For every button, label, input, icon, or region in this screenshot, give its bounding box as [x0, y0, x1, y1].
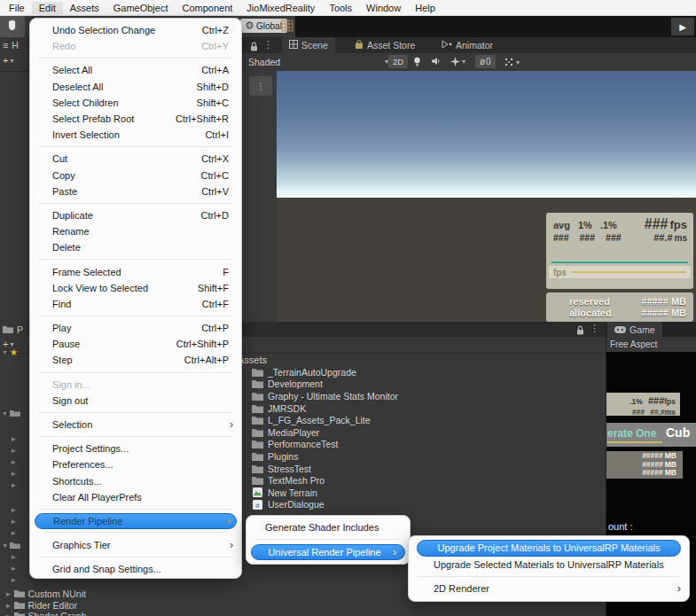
project-folder-row[interactable]: # Plugins	[252, 450, 536, 463]
tree-collapsed-row[interactable]: ▸	[0, 527, 16, 538]
submenu-item[interactable]: Generate Shader Includes ›	[246, 519, 410, 535]
toggle-2d-button[interactable]: 2D	[388, 55, 408, 68]
scene-effects-icon[interactable]: ▾	[450, 57, 465, 66]
play-button[interactable]: ▶	[671, 18, 694, 35]
edit-menu-item[interactable]: Graphics Tier ›	[30, 537, 241, 553]
tree-collapsed-row[interactable]: ▸	[0, 516, 16, 526]
edit-menu-item[interactable]: Copy Ctrl+C ›	[30, 168, 241, 183]
edit-menu-item[interactable]: Play Ctrl+P ›	[30, 320, 241, 336]
edit-menu-item[interactable]: Selection ›	[30, 417, 241, 433]
edit-menu-item[interactable]: Render Pipeline ›	[35, 513, 237, 529]
edit-menu-item[interactable]: Sign out ›	[30, 393, 241, 409]
package-name: Shader Graph	[28, 611, 87, 616]
tab-game[interactable]: Game	[607, 322, 662, 337]
aspect-dropdown[interactable]: Free Aspect	[606, 337, 696, 352]
global-pivot-button[interactable]: Global	[240, 19, 287, 33]
tree-collapsed-row[interactable]: ▸	[0, 563, 16, 573]
project-folder-row[interactable]: # StressTest	[252, 463, 536, 475]
tree-collapsed-row[interactable]: ▸	[0, 574, 16, 585]
edit-menu-item[interactable]: Select All Ctrl+A ›	[30, 62, 241, 78]
tree-collapsed-row[interactable]: ▸	[0, 468, 16, 479]
submenu-arrow-icon: ›	[227, 514, 231, 527]
tree-open-folder-row[interactable]: ▼	[0, 408, 20, 418]
kebab-menu-icon[interactable]: ⋮	[263, 39, 273, 51]
menu-item-shortcut: Shift+F	[187, 283, 229, 293]
tree-collapsed-row[interactable]: ▸	[0, 551, 16, 562]
tab-animator[interactable]: Animator	[434, 37, 500, 53]
edit-menu-item[interactable]: Deselect All Shift+D ›	[30, 79, 241, 95]
kebab-menu-icon[interactable]: ⋮	[590, 323, 599, 334]
tree-collapsed-row[interactable]: ▸	[0, 433, 16, 444]
tree-collapsed-row[interactable]: ▸	[0, 504, 16, 515]
edit-menu-item[interactable]: Shortcuts... ›	[30, 473, 241, 489]
tree-collapsed-row[interactable]: ▸	[0, 480, 16, 490]
tree-open-folder-row[interactable]: ▼	[0, 540, 20, 550]
menubar-item[interactable]: GameObject	[106, 2, 176, 14]
edit-menu-item[interactable]: Project Settings... ›	[30, 441, 241, 456]
edit-menu-item[interactable]: Select Prefab Root Ctrl+Shift+R ›	[30, 111, 241, 127]
project-folder-row[interactable]: # New Terrain	[252, 487, 536, 499]
edit-menu-item[interactable]: Sign in... ›	[30, 377, 241, 393]
submenu-item[interactable]: Upgrade Project Materials to UniversalRP…	[417, 540, 681, 557]
edit-menu-item[interactable]: Undo Selection Change Ctrl+Z ›	[30, 22, 241, 38]
menubar-item[interactable]: Tools	[322, 2, 359, 14]
menubar-item[interactable]: JioMixedReality	[239, 2, 322, 14]
scene-visibility-toggle[interactable]: ø 0	[475, 55, 496, 68]
submenu-arrow-icon: ›	[230, 417, 233, 431]
edit-menu-item[interactable]: Grid and Snap Settings... ›	[30, 561, 241, 577]
generate-cube-overlay[interactable]: erate One Cub	[606, 423, 696, 447]
project-folder-row[interactable]: # L_FG_Assets_Pack_Lite	[252, 414, 536, 426]
project-folder-row[interactable]: # PerformanceTest	[252, 439, 536, 451]
grid-snap-icon[interactable]	[281, 19, 293, 32]
overlay-handle[interactable]: ⋮	[249, 76, 272, 96]
tab-scene[interactable]: Scene	[282, 37, 335, 53]
project-folder-row[interactable]: # TextMesh Pro	[252, 474, 536, 487]
submenu-item[interactable]: 2D Renderer ›	[409, 581, 689, 597]
edit-menu-item[interactable]: Duplicate Ctrl+D ›	[30, 207, 241, 223]
edit-menu-item[interactable]: Paste Ctrl+V ›	[30, 183, 241, 199]
edit-menu-item[interactable]: Preferences... ›	[30, 456, 241, 472]
folder-name: TextMesh Pro	[268, 475, 325, 486]
game-tabbar-spacer	[661, 322, 696, 337]
submenu-item[interactable]: Upgrade Selected Materials to UniversalR…	[409, 557, 689, 573]
edit-menu-item[interactable]: Select Children Shift+C ›	[30, 95, 241, 111]
project-folder-row[interactable]: # MediaPlayer	[252, 426, 536, 439]
menubar-item[interactable]: Help	[408, 2, 442, 14]
edit-menu-item[interactable]: Step Ctrl+Alt+P ›	[30, 352, 241, 368]
edit-menu-item[interactable]: Invert Selection Ctrl+I ›	[30, 127, 241, 143]
menubar-item[interactable]: Assets	[63, 2, 106, 14]
package-row[interactable]: ▸ Shader Graph	[0, 611, 248, 616]
project-folder-row[interactable]: # _TerrainAutoUpgrade	[252, 366, 536, 378]
tab-asset-store[interactable]: Asset Store	[348, 37, 422, 53]
tree-collapsed-row[interactable]: ▸	[0, 456, 16, 467]
package-row[interactable]: ▸ Rider Editor	[0, 600, 248, 612]
edit-menu-item[interactable]: Clear All PlayerPrefs ›	[30, 489, 241, 505]
project-folder-row[interactable]: # UserDialogue	[252, 499, 536, 511]
project-folder-row[interactable]: # Graphy - Ultimate Stats Monitor	[252, 390, 536, 402]
edit-menu-item[interactable]: Lock View to Selected Shift+F ›	[30, 280, 241, 296]
menubar-item[interactable]: Component	[175, 2, 239, 14]
submenu-item[interactable]: Universal Render Pipeline ›	[251, 544, 405, 560]
terrain-icon	[252, 487, 263, 497]
edit-menu-item[interactable]: Frame Selected F ›	[30, 263, 241, 279]
menubar-item[interactable]: Edit	[32, 2, 63, 14]
folder-name: New Terrain	[268, 487, 317, 498]
gizmos-dropdown[interactable]: ▾	[504, 57, 520, 67]
edit-menu-item[interactable]: Cut Ctrl+X ›	[30, 151, 241, 167]
scene-audio-icon[interactable]	[431, 57, 442, 66]
menubar-item[interactable]: File	[2, 2, 32, 14]
menubar-item[interactable]: Window	[359, 2, 408, 14]
scene-lighting-icon[interactable]	[413, 57, 421, 67]
tree-collapsed-row[interactable]: ▸	[0, 445, 16, 456]
edit-menu-item[interactable]: Redo Ctrl+Y ›	[30, 38, 241, 54]
draw-mode-dropdown[interactable]: Shaded ▾	[245, 55, 392, 68]
favorites-row[interactable]: ▼★	[0, 347, 18, 357]
package-row[interactable]: ▸ Custom NUnit	[0, 589, 248, 600]
project-folder-row[interactable]: # JMRSDK	[252, 402, 536, 415]
project-folder-row[interactable]: # Development	[252, 378, 536, 391]
scene-viewport-sky[interactable]	[239, 71, 696, 198]
edit-menu-item[interactable]: Pause Ctrl+Shift+P ›	[30, 336, 241, 352]
edit-menu-item[interactable]: Rename ›	[30, 223, 241, 239]
edit-menu-item[interactable]: Delete ›	[30, 239, 241, 255]
edit-menu-item[interactable]: Find Ctrl+F ›	[30, 296, 241, 312]
